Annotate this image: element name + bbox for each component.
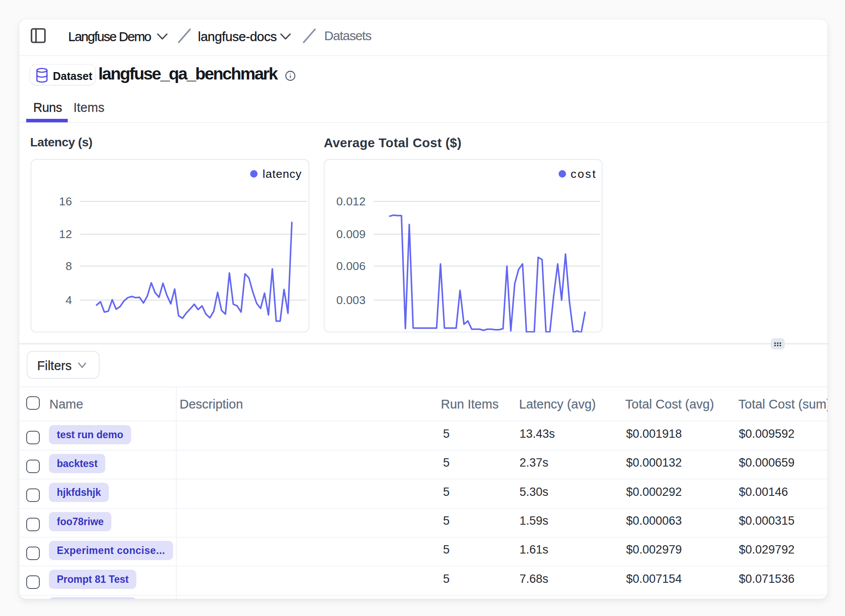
svg-text:0.009: 0.009 <box>336 228 366 241</box>
svg-text:0.003: 0.003 <box>336 294 366 307</box>
svg-text:latency: latency <box>263 167 302 180</box>
svg-text:8: 8 <box>66 260 72 273</box>
svg-text:4: 4 <box>66 294 72 307</box>
svg-text:0.012: 0.012 <box>336 195 366 208</box>
svg-text:16: 16 <box>59 195 72 208</box>
svg-text:12: 12 <box>59 228 72 241</box>
svg-text:cost: cost <box>571 167 597 180</box>
svg-text:0.006: 0.006 <box>336 260 366 273</box>
